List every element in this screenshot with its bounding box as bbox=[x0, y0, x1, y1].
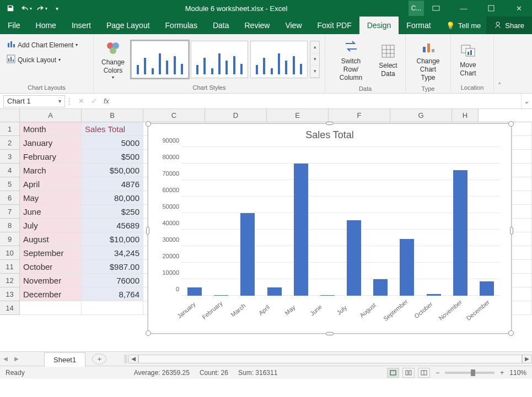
move-chart-button[interactable]: Move Chart bbox=[455, 40, 481, 79]
cell[interactable]: June bbox=[20, 205, 82, 219]
row-header[interactable]: 9 bbox=[0, 232, 20, 246]
sheet-nav-next-icon[interactable]: ► bbox=[11, 355, 22, 363]
cell[interactable]: 8,764 bbox=[82, 287, 143, 301]
col-header-g[interactable]: G bbox=[390, 109, 452, 122]
name-box-dropdown-icon[interactable]: ▾ bbox=[58, 98, 61, 104]
view-page-break-icon[interactable] bbox=[418, 368, 430, 378]
add-chart-element-button[interactable]: Add Chart Element ▾ bbox=[4, 39, 80, 51]
cell[interactable] bbox=[20, 301, 82, 315]
cell[interactable]: 80,000 bbox=[82, 191, 143, 205]
switch-row-column-button[interactable]: Switch Row/ Column bbox=[330, 36, 372, 83]
cell[interactable]: 34,245 bbox=[82, 246, 143, 260]
close-icon[interactable]: ✕ bbox=[509, 1, 529, 15]
row-header[interactable]: 7 bbox=[0, 205, 20, 219]
bar[interactable] bbox=[234, 147, 261, 296]
chart-styles-more[interactable]: ▴▾▾ bbox=[310, 41, 320, 78]
change-colors-button[interactable]: Change Colors▾ bbox=[98, 37, 128, 81]
maximize-icon[interactable] bbox=[481, 1, 501, 15]
scroll-left-icon[interactable]: ◄ bbox=[128, 355, 138, 363]
tab-view[interactable]: View bbox=[277, 17, 309, 34]
row-header[interactable]: 1 bbox=[0, 122, 20, 136]
chart-style-2[interactable] bbox=[191, 41, 248, 78]
cell[interactable]: $500 bbox=[82, 150, 143, 164]
plot-area[interactable]: 0100002000030000400005000060000700008000… bbox=[181, 147, 500, 296]
select-all-corner[interactable] bbox=[0, 109, 20, 122]
tab-design[interactable]: Design bbox=[359, 17, 399, 34]
row-header[interactable]: 8 bbox=[0, 219, 20, 232]
cell[interactable]: February bbox=[20, 150, 82, 164]
col-header-d[interactable]: D bbox=[205, 109, 267, 122]
scroll-right-icon[interactable]: ► bbox=[522, 355, 532, 363]
cell[interactable]: April bbox=[20, 177, 82, 191]
cell[interactable]: December bbox=[20, 287, 82, 301]
row-header[interactable]: 11 bbox=[0, 260, 20, 274]
horizontal-scrollbar[interactable]: ◄ ► bbox=[123, 355, 532, 363]
cell[interactable]: November bbox=[20, 274, 82, 287]
chart-area[interactable]: Sales Total 0100002000030000400005000060… bbox=[152, 127, 508, 330]
bar[interactable] bbox=[421, 147, 447, 296]
row-header[interactable]: 12 bbox=[0, 274, 20, 287]
row-header[interactable]: 6 bbox=[0, 191, 20, 205]
col-header-a[interactable]: A bbox=[20, 109, 82, 122]
enter-icon[interactable]: ✓ bbox=[91, 97, 97, 105]
row-header[interactable]: 10 bbox=[0, 246, 20, 260]
resize-handle[interactable] bbox=[326, 332, 334, 335]
cell[interactable]: 45689 bbox=[82, 219, 143, 232]
collapse-ribbon-icon[interactable]: ˄ bbox=[494, 34, 505, 93]
resize-handle[interactable] bbox=[510, 227, 513, 235]
splitter-icon[interactable] bbox=[124, 355, 127, 363]
cell[interactable]: September bbox=[20, 246, 82, 260]
bar[interactable] bbox=[341, 147, 367, 296]
bar[interactable] bbox=[447, 147, 474, 296]
row-header[interactable]: 13 bbox=[0, 287, 20, 301]
row-header[interactable]: 5 bbox=[0, 177, 20, 191]
cell[interactable]: $10,000 bbox=[82, 232, 143, 246]
cell[interactable]: May bbox=[20, 191, 82, 205]
row-header[interactable]: 14 bbox=[0, 301, 20, 315]
row-header[interactable]: 4 bbox=[0, 164, 20, 177]
cell[interactable]: 4876 bbox=[82, 177, 143, 191]
row-header[interactable]: 2 bbox=[0, 136, 20, 150]
chart-style-3[interactable] bbox=[250, 41, 308, 78]
col-header-c[interactable]: C bbox=[143, 109, 205, 122]
resize-handle[interactable] bbox=[508, 330, 514, 336]
cell[interactable]: October bbox=[20, 260, 82, 274]
tab-page-layout[interactable]: Page Layout bbox=[99, 17, 158, 34]
tab-file[interactable]: File bbox=[0, 17, 28, 34]
zoom-out-icon[interactable]: − bbox=[433, 369, 442, 377]
save-icon[interactable] bbox=[3, 1, 18, 15]
name-box[interactable]: Chart 1 ▾ bbox=[3, 95, 65, 107]
formula-input[interactable] bbox=[112, 95, 521, 107]
ribbon-display-options-icon[interactable] bbox=[426, 1, 446, 15]
zoom-in-icon[interactable]: + bbox=[498, 369, 506, 377]
col-header-h[interactable]: H bbox=[452, 109, 479, 122]
tab-home[interactable]: Home bbox=[28, 17, 64, 34]
resize-handle[interactable] bbox=[146, 121, 151, 127]
select-data-button[interactable]: Select Data bbox=[375, 41, 401, 79]
tab-data[interactable]: Data bbox=[205, 17, 237, 34]
cell[interactable]: March bbox=[20, 164, 82, 177]
tab-review[interactable]: Review bbox=[237, 17, 278, 34]
row-header[interactable]: 3 bbox=[0, 150, 20, 164]
chart-object[interactable]: Sales Total 0100002000030000400005000060… bbox=[148, 123, 512, 334]
cell[interactable]: 76000 bbox=[82, 274, 143, 287]
cell[interactable]: July bbox=[20, 219, 82, 232]
tab-foxit-pdf[interactable]: Foxit PDF bbox=[310, 17, 359, 34]
zoom-slider[interactable] bbox=[445, 372, 495, 374]
resize-handle[interactable] bbox=[508, 121, 514, 127]
fx-icon[interactable]: fx bbox=[103, 97, 112, 105]
resize-handle[interactable] bbox=[146, 330, 151, 336]
cell[interactable]: Sales Total bbox=[82, 122, 143, 136]
cell[interactable] bbox=[82, 301, 143, 315]
cell[interactable]: $987.00 bbox=[82, 260, 143, 274]
bar[interactable] bbox=[367, 147, 394, 296]
col-header-b[interactable]: B bbox=[82, 109, 143, 122]
resize-handle[interactable] bbox=[146, 227, 149, 235]
bar[interactable] bbox=[181, 147, 208, 296]
chart-title[interactable]: Sales Total bbox=[152, 127, 508, 142]
cell[interactable]: $250 bbox=[82, 205, 143, 219]
chart-style-1[interactable] bbox=[131, 41, 189, 78]
tab-insert[interactable]: Insert bbox=[64, 17, 99, 34]
col-header-e[interactable]: E bbox=[267, 109, 329, 122]
sheet-nav-prev-icon[interactable]: ◄ bbox=[0, 355, 11, 363]
